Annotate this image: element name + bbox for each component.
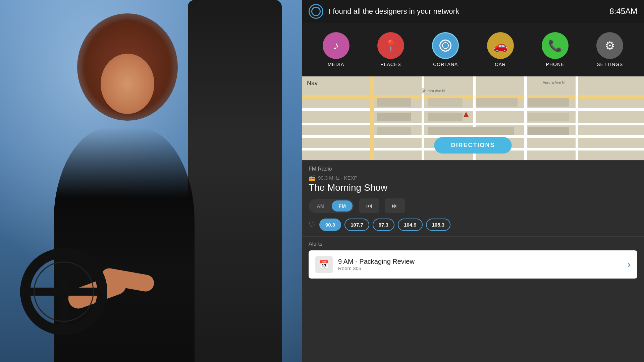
phone-icon-circle: 📞 bbox=[542, 32, 569, 59]
cortana-message: I found all the designers in your networ… bbox=[329, 7, 604, 16]
street-label-aurora2: Aurora Ave N bbox=[541, 80, 566, 85]
fast-forward-icon: ⏭ bbox=[392, 202, 398, 209]
nav-item-places[interactable]: 📍 PLACES bbox=[371, 32, 411, 67]
steering-wheel bbox=[20, 248, 107, 335]
nav-item-media[interactable]: ♪ MEDIA bbox=[316, 32, 356, 67]
freq-97-3[interactable]: 97.3 bbox=[373, 219, 394, 231]
alert-chevron-icon: › bbox=[628, 259, 631, 270]
navigation-bar: ♪ MEDIA 📍 PLACES CORTANA 🚗 CAR bbox=[302, 23, 644, 76]
fm-button[interactable]: FM bbox=[332, 200, 353, 212]
nav-item-phone[interactable]: 📞 PHONE bbox=[535, 32, 575, 67]
time-display: 8:45AM bbox=[609, 7, 637, 16]
media-icon: ♪ bbox=[333, 39, 339, 52]
freq-105-3[interactable]: 105.3 bbox=[426, 219, 451, 231]
freq-90-3[interactable]: 90.3 bbox=[319, 219, 341, 231]
freq-107-7[interactable]: 107.7 bbox=[344, 219, 369, 231]
settings-icon: ⚙ bbox=[605, 39, 615, 52]
calendar-symbol: 📅 bbox=[319, 260, 329, 269]
cortana-ring-icon bbox=[309, 4, 323, 19]
cortana-nav-icon bbox=[439, 40, 451, 52]
media-icon-circle: ♪ bbox=[323, 32, 350, 59]
alert-event-title: 9 AM - Packaging Review bbox=[338, 258, 622, 265]
alerts-title: Alerts bbox=[309, 241, 637, 247]
am-button[interactable]: AM bbox=[310, 200, 331, 212]
radio-controls: AM FM ⏮ ⏭ bbox=[309, 198, 637, 213]
alert-content: 9 AM - Packaging Review Room 305 bbox=[338, 258, 622, 271]
street-label-aurora: Aurora Ave N bbox=[422, 88, 446, 94]
calendar-icon: 📅 bbox=[315, 256, 333, 273]
camera-feed bbox=[0, 0, 302, 362]
map-label: Nav bbox=[307, 80, 318, 87]
cortana-bar: I found all the designers in your networ… bbox=[302, 0, 644, 23]
rewind-icon: ⏮ bbox=[366, 202, 372, 209]
car-label: CAR bbox=[495, 62, 506, 67]
alert-card[interactable]: 📅 9 AM - Packaging Review Room 305 › bbox=[309, 250, 637, 279]
media-label: MEDIA bbox=[328, 62, 344, 67]
map-section[interactable]: Aurora Ave N Aurora Ave N ▲ Nav DIRECTIO… bbox=[302, 76, 644, 160]
fast-forward-button[interactable]: ⏭ bbox=[385, 198, 405, 213]
cortana-nav-icon-circle bbox=[432, 32, 459, 59]
alerts-section: Alerts 📅 9 AM - Packaging Review Room 30… bbox=[302, 236, 644, 362]
radio-wave-icon: 📻 bbox=[309, 175, 315, 181]
favorite-button[interactable]: ♡ bbox=[309, 220, 316, 230]
directions-button[interactable]: DIRECTIONS bbox=[434, 137, 512, 154]
nav-item-cortana[interactable]: CORTANA bbox=[425, 32, 466, 67]
phone-label: PHONE bbox=[546, 62, 565, 67]
nav-item-car[interactable]: 🚗 CAR bbox=[480, 32, 521, 67]
nav-item-settings[interactable]: ⚙ SETTINGS bbox=[590, 32, 630, 67]
settings-label: SETTINGS bbox=[597, 62, 623, 67]
radio-station-text: 90.3 MHz - KEXP bbox=[318, 175, 358, 181]
rewind-button[interactable]: ⏮ bbox=[359, 198, 379, 213]
am-fm-toggle: AM FM bbox=[309, 199, 354, 213]
phone-icon: 📞 bbox=[548, 39, 562, 52]
frequency-buttons: ♡ 90.3 107.7 97.3 104.9 105.3 bbox=[309, 219, 637, 231]
radio-show-name: The Morning Show bbox=[309, 182, 637, 193]
cortana-nav-label: CORTANA bbox=[433, 62, 458, 67]
map-location-pin: ▲ bbox=[462, 109, 471, 120]
freq-104-9[interactable]: 104.9 bbox=[398, 219, 423, 231]
car-icon-circle: 🚗 bbox=[487, 32, 514, 59]
radio-station-info: 📻 90.3 MHz - KEXP bbox=[309, 175, 637, 181]
car-ui-panel: I found all the designers in your networ… bbox=[302, 0, 644, 362]
alert-event-location: Room 305 bbox=[338, 265, 622, 271]
car-icon: 🚗 bbox=[493, 39, 507, 52]
radio-section: FM Radio 📻 90.3 MHz - KEXP The Morning S… bbox=[302, 160, 644, 236]
places-icon: 📍 bbox=[384, 39, 398, 52]
radio-title: FM Radio bbox=[309, 166, 637, 172]
settings-icon-circle: ⚙ bbox=[596, 32, 623, 59]
cortana-ring-inner bbox=[311, 7, 321, 16]
places-icon-circle: 📍 bbox=[377, 32, 404, 59]
places-label: PLACES bbox=[380, 62, 401, 67]
